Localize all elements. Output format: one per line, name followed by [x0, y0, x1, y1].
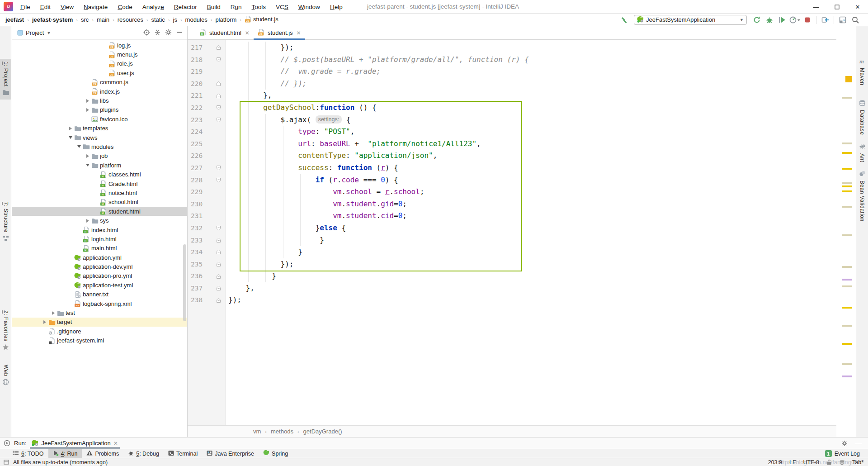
- toolwindow-button-favorites[interactable]: 2: Favorites: [0, 308, 11, 355]
- stripe-problem-indicator[interactable]: [845, 76, 852, 82]
- code-line-220[interactable]: 220 // });: [188, 78, 836, 90]
- code-line-219[interactable]: 219 // vm.grade = r.grade;: [188, 66, 836, 78]
- code-line-233[interactable]: 233 }: [188, 234, 836, 247]
- tree-item-sys[interactable]: sys: [12, 216, 187, 225]
- stripe-warning-mark[interactable]: [842, 325, 852, 327]
- breadcrumb-item-jeefast-system[interactable]: jeefast-system: [32, 16, 73, 23]
- toolwindow-button-database[interactable]: Database: [856, 100, 868, 135]
- code-line-234[interactable]: 234 }: [188, 246, 836, 258]
- indent-style[interactable]: Tab*: [852, 459, 863, 466]
- toolwindow-button-ant[interactable]: Ant: [856, 143, 868, 162]
- breadcrumb-item-student.js[interactable]: JSstudent.js: [245, 15, 278, 24]
- toolwindow-button-project[interactable]: 1: Project: [0, 59, 11, 100]
- stripe-warning-mark[interactable]: [842, 266, 852, 268]
- code-line-222[interactable]: 222 getDaySchool:function () {: [188, 102, 836, 114]
- tree-collapse-icon[interactable]: [67, 136, 74, 139]
- collapse-all-icon[interactable]: [154, 29, 161, 37]
- stripe-warning-mark[interactable]: [842, 152, 852, 154]
- stripe-warning-mark[interactable]: [842, 185, 852, 187]
- tree-item-role.js[interactable]: JSrole.js: [12, 59, 187, 68]
- project-scrollbar[interactable]: [183, 244, 186, 321]
- fold-marker-icon[interactable]: [216, 258, 226, 271]
- tree-expand-icon[interactable]: [84, 99, 91, 103]
- fold-marker-icon[interactable]: [216, 42, 226, 54]
- menu-analyze[interactable]: Analyze: [138, 2, 168, 12]
- fold-marker-icon[interactable]: [216, 282, 226, 295]
- breadcrumb-item-main[interactable]: main: [97, 16, 109, 23]
- code-line-227[interactable]: 227 success: function (r) {: [188, 162, 836, 174]
- project-panel-title[interactable]: Project: [26, 29, 44, 36]
- settings-gear-icon[interactable]: [165, 29, 172, 37]
- tree-item-application-test.yml[interactable]: application-test.yml: [12, 281, 187, 290]
- stripe-warning-mark[interactable]: [842, 206, 852, 208]
- tree-item-templates[interactable]: templates: [12, 124, 187, 133]
- tree-expand-icon[interactable]: [84, 219, 91, 223]
- editor-breadcrumb-vm[interactable]: vm: [253, 428, 261, 435]
- code-line-236[interactable]: 236 }: [188, 270, 836, 282]
- menu-navigate[interactable]: Navigate: [80, 2, 112, 12]
- stop-icon[interactable]: [801, 14, 814, 25]
- toolwindow-button-structure[interactable]: 7: Structure: [0, 199, 11, 246]
- tree-item-platform[interactable]: platform: [12, 161, 187, 170]
- stripe-warning-mark[interactable]: [842, 143, 852, 144]
- code-line-230[interactable]: 230 vm.student.gid=0;: [188, 198, 836, 210]
- toolwindow-button--todo[interactable]: 6: TODO: [8, 449, 48, 458]
- line-separator[interactable]: LF: [789, 459, 796, 466]
- menu-vcs[interactable]: VCS: [272, 2, 292, 12]
- toolwindow-button-terminal[interactable]: Terminal: [164, 449, 202, 458]
- event-log-button[interactable]: Event Log: [835, 451, 860, 457]
- menu-code[interactable]: Code: [113, 2, 136, 12]
- toolwindow-button--debug[interactable]: 5: Debug: [123, 449, 164, 458]
- fold-marker-icon[interactable]: [216, 246, 226, 258]
- tree-expand-icon[interactable]: [67, 127, 74, 130]
- breadcrumb-item-src[interactable]: src: [81, 16, 89, 23]
- tree-item-test[interactable]: test: [12, 308, 187, 317]
- menu-tools[interactable]: Tools: [248, 2, 270, 12]
- settings-gear-icon[interactable]: [841, 440, 848, 447]
- tree-item-menu.js[interactable]: JSmenu.js: [12, 50, 187, 59]
- fold-marker-icon[interactable]: [216, 54, 226, 66]
- code-line-223[interactable]: 223 $.ajax( settings: {: [188, 114, 836, 126]
- profiler-icon[interactable]: [788, 14, 801, 25]
- menu-refactor[interactable]: Refactor: [170, 2, 201, 12]
- tree-item-target[interactable]: target: [12, 318, 187, 327]
- menu-file[interactable]: File: [16, 2, 34, 12]
- fold-marker-icon[interactable]: [216, 90, 226, 102]
- chevron-down-icon[interactable]: ▼: [47, 31, 51, 35]
- toolwindow-button-web[interactable]: Web: [0, 362, 11, 390]
- close-button[interactable]: ✕: [847, 0, 868, 14]
- tree-item-index.js[interactable]: JSindex.js: [12, 87, 187, 96]
- status-window-icon[interactable]: [4, 459, 9, 465]
- code-line-229[interactable]: 229 vm.school = r.school;: [188, 186, 836, 198]
- breadcrumb-item-modules[interactable]: modules: [185, 16, 208, 23]
- tree-item-jeefast-system.iml[interactable]: jeefast-system.iml: [12, 336, 187, 345]
- tree-collapse-icon[interactable]: [84, 164, 91, 166]
- tree-item-plugins[interactable]: plugins: [12, 105, 187, 114]
- caret-position[interactable]: 203:9: [768, 459, 782, 466]
- menu-view[interactable]: View: [57, 2, 78, 12]
- close-icon[interactable]: ✕: [245, 30, 250, 36]
- run-with-coverage-icon[interactable]: [776, 14, 788, 25]
- breadcrumb-item-platform[interactable]: platform: [215, 16, 236, 23]
- tree-item-modules[interactable]: modules: [12, 142, 187, 151]
- fold-marker-icon[interactable]: [216, 234, 226, 247]
- locate-icon[interactable]: [143, 29, 150, 37]
- tree-item-main.html[interactable]: Hmain.html: [12, 244, 187, 253]
- fold-marker-icon[interactable]: [216, 174, 226, 186]
- tree-item-school.html[interactable]: Hschool.html: [12, 198, 187, 207]
- menu-window[interactable]: Window: [294, 2, 324, 12]
- build-hammer-icon[interactable]: [618, 14, 630, 25]
- close-icon[interactable]: ✕: [297, 30, 301, 36]
- tree-item-favicon.ico[interactable]: favicon.ico: [12, 114, 187, 124]
- stripe-warning-mark[interactable]: [842, 190, 852, 192]
- maximize-button[interactable]: [826, 0, 847, 14]
- tree-item-.gitignore[interactable]: .gitignore: [12, 327, 187, 336]
- code-line-237[interactable]: 237 },: [188, 282, 836, 295]
- tree-item-application.yml[interactable]: application.yml: [12, 253, 187, 262]
- hector-inspector-icon[interactable]: [839, 459, 845, 465]
- code-line-225[interactable]: 225 url: baseURL + "platform/notice1/All…: [188, 138, 836, 150]
- run-configuration-select[interactable]: JeeFastSystemApplication▼: [634, 15, 747, 25]
- tree-item-views[interactable]: views: [12, 133, 187, 142]
- stripe-warning-mark[interactable]: [842, 285, 852, 287]
- debug-icon[interactable]: [763, 14, 776, 25]
